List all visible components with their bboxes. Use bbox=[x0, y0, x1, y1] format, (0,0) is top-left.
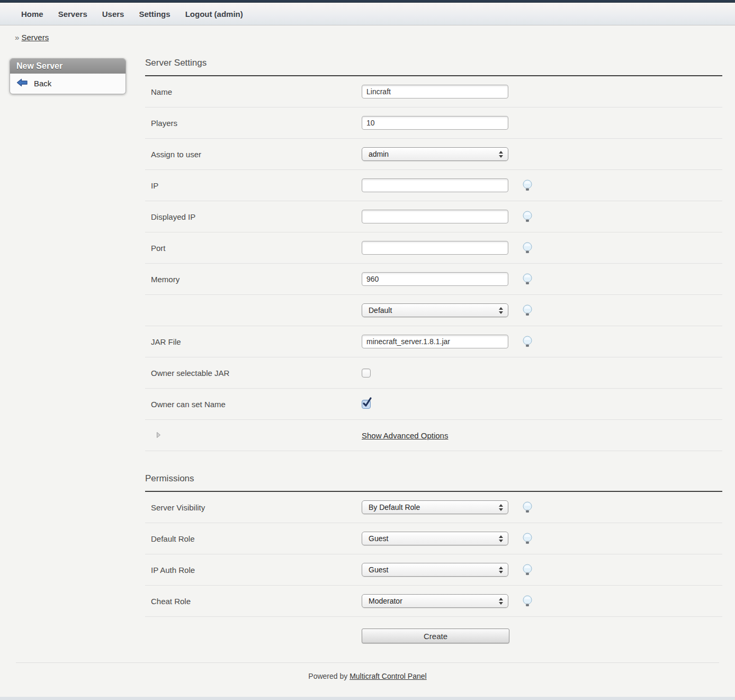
row-default-select: Default bbox=[145, 295, 722, 326]
nav-item-servers[interactable]: Servers bbox=[58, 10, 87, 19]
default-hint-bulb-icon[interactable] bbox=[522, 304, 533, 316]
nav-item-settings[interactable]: Settings bbox=[139, 10, 170, 19]
new-server-panel: New Server Back bbox=[10, 58, 126, 94]
bottom-edge-strip bbox=[0, 697, 735, 700]
row-players: Players bbox=[145, 107, 722, 139]
assign-to-user-label: Assign to user bbox=[145, 150, 362, 159]
server-visibility-hint-bulb-icon[interactable] bbox=[522, 501, 533, 513]
displayed-ip-input[interactable] bbox=[362, 210, 508, 223]
multicraft-link[interactable]: Multicraft Control Panel bbox=[349, 672, 427, 680]
jar-file-input[interactable] bbox=[362, 335, 508, 348]
row-create: Create bbox=[145, 617, 722, 655]
displayed-ip-label: Displayed IP bbox=[145, 212, 362, 221]
server-visibility-select[interactable]: By Default Role bbox=[362, 500, 508, 514]
ip-auth-role-label: IP Auth Role bbox=[145, 566, 362, 575]
breadcrumb-servers-link[interactable]: Servers bbox=[22, 33, 49, 42]
row-owner-selectable-jar: Owner selectable JAR bbox=[145, 357, 722, 389]
players-input[interactable] bbox=[362, 116, 508, 130]
owner-selectable-jar-checkbox[interactable] bbox=[362, 369, 371, 378]
players-label: Players bbox=[145, 119, 362, 128]
disclosure-triangle-icon[interactable] bbox=[156, 431, 161, 440]
row-name: Name bbox=[145, 76, 722, 107]
create-button[interactable]: Create bbox=[362, 629, 509, 643]
ip-auth-role-hint-bulb-icon[interactable] bbox=[522, 564, 533, 576]
assign-to-user-select[interactable]: admin bbox=[362, 147, 508, 161]
cheat-role-hint-bulb-icon[interactable] bbox=[522, 595, 533, 607]
row-jar-file: JAR File bbox=[145, 326, 722, 357]
memory-label: Memory bbox=[145, 275, 362, 284]
default-role-hint-bulb-icon[interactable] bbox=[522, 533, 533, 544]
default-role-value: Guest bbox=[369, 534, 388, 543]
stepper-arrows-icon bbox=[499, 307, 503, 314]
server-visibility-label: Server Visibility bbox=[145, 503, 362, 512]
row-server-visibility: Server Visibility By Default Role bbox=[145, 492, 722, 523]
jar-file-label: JAR File bbox=[145, 337, 362, 346]
ip-label: IP bbox=[145, 181, 362, 190]
row-owner-can-set-name: Owner can set Name bbox=[145, 389, 722, 420]
row-displayed-ip: Displayed IP bbox=[145, 201, 722, 232]
row-port: Port bbox=[145, 232, 722, 264]
owner-can-set-name-checkbox[interactable] bbox=[362, 400, 371, 409]
port-input[interactable] bbox=[362, 241, 508, 255]
back-label: Back bbox=[34, 79, 51, 88]
memory-input[interactable] bbox=[362, 272, 508, 286]
owner-selectable-jar-label: Owner selectable JAR bbox=[145, 369, 362, 378]
default-role-select[interactable]: Guest bbox=[362, 532, 508, 545]
server-form: Server Settings Name Players Assign to u… bbox=[145, 58, 722, 655]
row-ip: IP bbox=[145, 170, 722, 201]
memory-hint-bulb-icon[interactable] bbox=[522, 273, 533, 285]
nav-item-home[interactable]: Home bbox=[21, 10, 43, 19]
nav-item-logout[interactable]: Logout (admin) bbox=[185, 10, 243, 19]
assign-to-user-value: admin bbox=[369, 150, 389, 158]
row-cheat-role: Cheat Role Moderator bbox=[145, 586, 722, 617]
port-hint-bulb-icon[interactable] bbox=[522, 242, 533, 254]
powered-by-text: Powered by bbox=[308, 672, 347, 680]
show-advanced-options-link[interactable]: Show Advanced Options bbox=[362, 431, 448, 440]
footer: Powered by Multicraft Control Panel bbox=[0, 663, 735, 680]
server-settings-heading: Server Settings bbox=[145, 58, 722, 68]
permissions-heading: Permissions bbox=[145, 473, 722, 484]
jar-file-hint-bulb-icon[interactable] bbox=[522, 336, 533, 347]
stepper-arrows-icon bbox=[499, 535, 503, 542]
default-select[interactable]: Default bbox=[362, 303, 508, 317]
row-advanced-options: Show Advanced Options bbox=[145, 420, 722, 451]
panel-title: New Server bbox=[10, 59, 126, 74]
ip-auth-role-select[interactable]: Guest bbox=[362, 563, 508, 577]
ip-hint-bulb-icon[interactable] bbox=[522, 180, 533, 191]
stepper-arrows-icon bbox=[499, 567, 503, 573]
server-visibility-value: By Default Role bbox=[369, 503, 420, 511]
breadcrumb-marker: » bbox=[15, 33, 19, 42]
owner-can-set-name-label: Owner can set Name bbox=[145, 400, 362, 409]
stepper-arrows-icon bbox=[499, 151, 503, 158]
cheat-role-label: Cheat Role bbox=[145, 597, 362, 606]
nav-item-users[interactable]: Users bbox=[102, 10, 124, 19]
row-ip-auth-role: IP Auth Role Guest bbox=[145, 554, 722, 586]
stepper-arrows-icon bbox=[499, 598, 503, 605]
stepper-arrows-icon bbox=[499, 504, 503, 511]
ip-auth-role-value: Guest bbox=[369, 566, 388, 574]
displayed-ip-hint-bulb-icon[interactable] bbox=[522, 211, 533, 222]
page-content: » Servers New Server Back Server Setting… bbox=[0, 33, 735, 680]
row-assign-to-user: Assign to user admin bbox=[145, 139, 722, 170]
cheat-role-select[interactable]: Moderator bbox=[362, 594, 508, 608]
default-select-value: Default bbox=[369, 306, 392, 315]
back-arrow-icon bbox=[16, 78, 28, 88]
main-navbar: Home Servers Users Settings Logout (admi… bbox=[0, 3, 735, 25]
default-role-label: Default Role bbox=[145, 534, 362, 543]
cheat-role-value: Moderator bbox=[369, 597, 402, 605]
name-label: Name bbox=[145, 87, 362, 96]
row-memory: Memory bbox=[145, 264, 722, 295]
row-default-role: Default Role Guest bbox=[145, 523, 722, 554]
name-input[interactable] bbox=[362, 85, 508, 98]
ip-input[interactable] bbox=[362, 178, 508, 192]
back-button[interactable]: Back bbox=[16, 78, 120, 88]
port-label: Port bbox=[145, 244, 362, 253]
breadcrumb: » Servers bbox=[15, 33, 735, 42]
